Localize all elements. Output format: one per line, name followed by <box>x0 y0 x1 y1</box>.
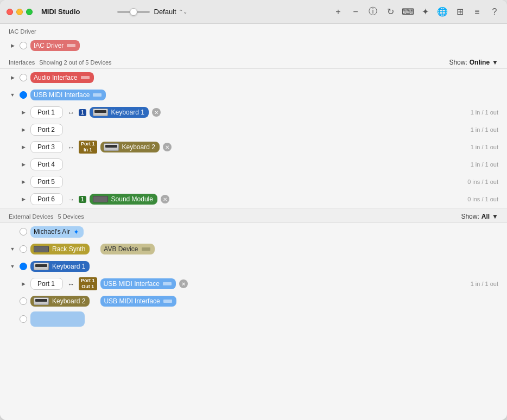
port4-expand-btn[interactable]: ▶ <box>20 161 27 168</box>
port6-chip[interactable]: Port 6 <box>30 193 63 205</box>
keyboard1-close[interactable]: ✕ <box>152 108 161 117</box>
keyboard2-close[interactable]: ✕ <box>163 143 172 151</box>
rack-synth-expand-btn[interactable]: ▼ <box>9 245 16 253</box>
avb-device-label: AVB Device <box>104 245 138 253</box>
port5-label: Port 5 <box>37 178 55 186</box>
avb-device-chip[interactable]: AVB Device <box>100 244 154 254</box>
rack-synth-img <box>34 246 49 252</box>
michaels-air-chip[interactable]: Michael's Air ✦ <box>30 226 84 238</box>
port1-label: Port 1 <box>37 109 55 116</box>
michaels-radio[interactable] <box>20 228 27 236</box>
port1-connect-icon: ↔ <box>67 109 74 117</box>
partial-chip[interactable] <box>30 311 85 327</box>
info-button[interactable]: ⓘ <box>367 6 379 18</box>
zoom-slider[interactable] <box>117 11 150 13</box>
ext-usb-midi1-close[interactable]: ✕ <box>179 279 188 288</box>
port6-connect-icon: → <box>67 195 74 203</box>
partial-radio[interactable] <box>20 315 27 323</box>
interfaces-show-control: Show: Online ▼ <box>449 59 498 66</box>
port5-chip[interactable]: Port 5 <box>30 176 63 188</box>
partial-row <box>0 310 507 328</box>
external-show-chevron[interactable]: ▼ <box>492 213 498 220</box>
sound-module-chip[interactable]: Sound Module <box>90 194 157 205</box>
keyboard2-ext-radio[interactable] <box>20 297 27 305</box>
keyboard2-img <box>104 143 119 151</box>
interfaces-title-group: Interfaces Showing 2 out of 5 Devices <box>9 59 112 66</box>
usb-midi-chip[interactable]: USB MIDI Interface <box>30 90 106 100</box>
ext-usb-midi2-chip[interactable]: USB MIDI Interface <box>100 296 176 307</box>
ext-port1-chip[interactable]: Port 1 <box>30 278 63 290</box>
add-button[interactable]: + <box>332 6 344 18</box>
external-show-dropdown[interactable]: All <box>481 213 490 220</box>
interfaces-show-dropdown[interactable]: Online <box>470 59 490 66</box>
usb-midi-expand-btn[interactable]: ▼ <box>9 91 16 99</box>
usb-midi-label: USB MIDI Interface <box>34 91 90 99</box>
ext-usb-midi1-chip[interactable]: USB MIDI Interface <box>100 278 176 289</box>
port4-row: ▶ Port 4 1 in / 1 out <box>0 156 507 173</box>
iac-radio[interactable] <box>20 42 27 49</box>
port3-row: ▶ Port 3 ↔ Port 1In 1 Keyboard 2 ✕ 1 in … <box>0 138 507 156</box>
refresh-button[interactable]: ↻ <box>384 6 396 18</box>
grid-button[interactable]: ⊞ <box>454 6 466 18</box>
network-button[interactable]: 🌐 <box>436 6 448 18</box>
port2-chip[interactable]: Port 2 <box>30 124 63 136</box>
sound-module-close[interactable]: ✕ <box>161 195 169 203</box>
rack-synth-chip[interactable]: Rack Synth <box>30 244 90 254</box>
keyboard2-ext-label: Keyboard 2 <box>52 297 85 305</box>
maximize-button[interactable] <box>26 9 33 15</box>
port5-row: ▶ Port 5 0 ins / 1 out <box>0 173 507 190</box>
ext-port1-label: Port 1 <box>37 280 55 288</box>
keyboard1-ext-expand-btn[interactable]: ▼ <box>9 263 16 270</box>
audio-radio[interactable] <box>20 74 27 81</box>
keyboard1-ext-chip[interactable]: Keyboard 1 <box>30 261 90 272</box>
rack-synth-radio[interactable] <box>20 245 27 253</box>
usb-midi-radio[interactable] <box>20 91 27 99</box>
audio-interface-row: ▶ Audio Interface <box>0 69 507 86</box>
port2-expand-btn[interactable]: ▶ <box>20 126 27 133</box>
iac-section-header: IAC Driver <box>0 24 507 37</box>
ext-port1-expand-btn[interactable]: ▶ <box>20 280 27 288</box>
interfaces-show-label: Show: <box>449 59 467 66</box>
keyboard1-chip[interactable]: Keyboard 1 <box>90 107 149 118</box>
audio-midi-icon <box>81 76 90 79</box>
port2-info: 1 in / 1 out <box>471 126 498 133</box>
minimize-button[interactable] <box>16 9 23 15</box>
keyboard2-ext-img <box>34 297 49 305</box>
port3-connect-icon: ↔ <box>67 143 74 151</box>
profile-name: Default <box>154 8 176 16</box>
port3-expand-btn[interactable]: ▶ <box>20 143 27 151</box>
keyboard2-chip[interactable]: Keyboard 2 <box>100 142 160 152</box>
port1-chip[interactable]: Port 1 <box>30 106 63 118</box>
port2-row: ▶ Port 2 1 in / 1 out <box>0 121 507 138</box>
interfaces-show-chevron[interactable]: ▼ <box>492 59 498 66</box>
port3-chip[interactable]: Port 3 <box>30 141 63 153</box>
keyboard2-label: Keyboard 2 <box>122 143 155 151</box>
keyboard2-ext-chip[interactable]: Keyboard 2 <box>30 296 90 307</box>
port1-expand-btn[interactable]: ▶ <box>20 109 27 116</box>
port4-chip[interactable]: Port 4 <box>30 158 63 170</box>
ext-usb-midi2-label: USB MIDI Interface <box>104 297 160 305</box>
toolbar-center: Default ⌃⌄ <box>117 8 328 16</box>
remove-button[interactable]: − <box>350 6 362 18</box>
iac-driver-chip[interactable]: IAC Driver <box>30 40 80 51</box>
midi-keyboard-button[interactable]: ⌨ <box>402 6 414 18</box>
help-button[interactable]: ? <box>489 6 500 18</box>
keyboard1-ext-radio[interactable] <box>20 263 27 270</box>
port6-expand-btn[interactable]: ▶ <box>20 195 27 203</box>
port2-label: Port 2 <box>37 126 55 133</box>
profile-chevron: ⌃⌄ <box>179 9 187 15</box>
close-button[interactable] <box>7 9 13 15</box>
list-button[interactable]: ≡ <box>471 6 483 18</box>
port5-expand-btn[interactable]: ▶ <box>20 178 27 186</box>
profile-select[interactable]: Default ⌃⌄ <box>154 8 187 16</box>
content-area: IAC Driver ▶ IAC Driver Interfaces Showi… <box>0 24 507 420</box>
audio-expand-btn[interactable]: ▶ <box>9 74 16 81</box>
iac-expand-btn[interactable]: ▶ <box>9 42 16 49</box>
main-window: MIDI Studio Default ⌃⌄ + − ⓘ ↻ ⌨ ✦ 🌐 ⊞ ≡… <box>0 0 507 420</box>
app-title: MIDI Studio <box>41 8 80 16</box>
sound-module-label: Sound Module <box>111 195 153 203</box>
toolbar-right: + − ⓘ ↻ ⌨ ✦ 🌐 ⊞ ≡ ? <box>332 6 500 18</box>
audio-interface-chip[interactable]: Audio Interface <box>30 72 94 83</box>
external-show-label: Show: <box>461 213 479 220</box>
bluetooth-button[interactable]: ✦ <box>419 6 431 18</box>
